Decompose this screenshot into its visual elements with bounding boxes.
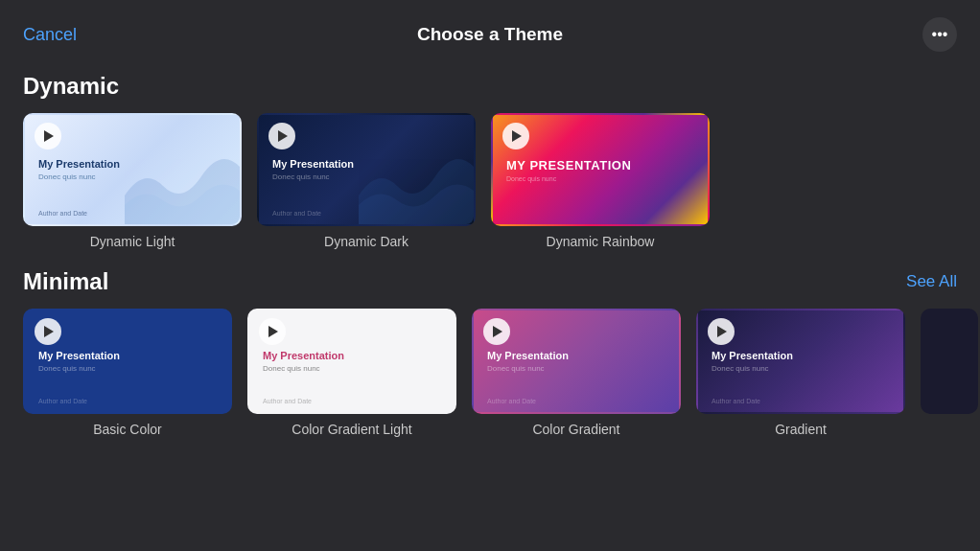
theme-label-dynamic-rainbow: Dynamic Rainbow [547, 234, 655, 249]
more-button[interactable]: ••• [922, 17, 957, 52]
theme-thumb-dynamic-rainbow: MY PRESENTATION Donec quis nunc [491, 113, 710, 226]
slide-title-dynamic-rainbow: MY PRESENTATION [506, 158, 694, 172]
slide-content-gradient: My Presentation Donec quis nunc Author a… [698, 310, 903, 412]
slide-title-gradient: My Presentation [712, 350, 890, 361]
theme-label-cg: Color Gradient [532, 422, 619, 437]
wave-decoration-icon [125, 148, 240, 224]
slide-content-basic-color: My Presentation Donec quis nunc Author a… [25, 310, 230, 412]
page-title: Choose a Theme [417, 24, 563, 45]
minimal-section-title: Minimal [23, 268, 108, 295]
theme-card-dynamic-light[interactable]: My Presentation Donec quis nunc Author a… [23, 113, 242, 249]
slide-author-dynamic-light: Author and Date [38, 210, 87, 217]
slide-title-cg-light: My Presentation [263, 350, 441, 361]
theme-card-partial[interactable] [921, 309, 978, 437]
dynamic-themes-row: My Presentation Donec quis nunc Author a… [23, 113, 957, 249]
slide-content-cg-light: My Presentation Donec quis nunc Author a… [249, 310, 455, 412]
slide-subtitle-gradient: Donec quis nunc [712, 364, 890, 373]
theme-label-cg-light: Color Gradient Light [292, 422, 411, 437]
dynamic-section-header: Dynamic [23, 73, 957, 100]
slide-subtitle-dynamic-rainbow: Donec quis nunc [506, 175, 694, 182]
slide-subtitle-basic-color: Donec quis nunc [38, 364, 217, 373]
theme-thumb-basic-color: My Presentation Donec quis nunc Author a… [23, 309, 232, 414]
slide-subtitle-cg: Donec quis nunc [487, 364, 665, 373]
minimal-themes-row: My Presentation Donec quis nunc Author a… [23, 309, 957, 437]
cancel-button[interactable]: Cancel [23, 21, 77, 49]
slide-author-cg: Author and Date [487, 398, 536, 404]
slide-title-basic-color: My Presentation [38, 350, 217, 361]
content-area: Dynamic My Presentation Donec quis nunc … [0, 63, 980, 549]
ellipsis-icon: ••• [932, 26, 948, 43]
slide-author-gradient: Author and Date [712, 398, 760, 404]
slide-author-basic-color: Author and Date [38, 398, 87, 404]
theme-card-dynamic-dark[interactable]: My Presentation Donec quis nunc Author a… [257, 113, 476, 249]
minimal-section-header: Minimal See All [23, 268, 957, 295]
slide-subtitle-cg-light: Donec quis nunc [263, 364, 441, 373]
see-all-button[interactable]: See All [906, 272, 957, 291]
slide-author-cg-light: Author and Date [263, 398, 312, 404]
theme-label-dynamic-dark: Dynamic Dark [324, 234, 408, 249]
theme-label-basic-color: Basic Color [93, 422, 162, 437]
theme-thumb-cg-light: My Presentation Donec quis nunc Author a… [247, 309, 456, 414]
theme-thumb-partial [921, 309, 978, 414]
theme-card-gradient[interactable]: My Presentation Donec quis nunc Author a… [696, 309, 905, 437]
theme-card-cg-light[interactable]: My Presentation Donec quis nunc Author a… [247, 309, 456, 437]
slide-content-cg: My Presentation Donec quis nunc Author a… [474, 310, 679, 412]
theme-thumb-dynamic-dark: My Presentation Donec quis nunc Author a… [257, 113, 476, 226]
slide-author-dynamic-dark: Author and Date [272, 210, 321, 217]
theme-thumb-cg: My Presentation Donec quis nunc Author a… [472, 309, 681, 414]
theme-card-basic-color[interactable]: My Presentation Donec quis nunc Author a… [23, 309, 232, 437]
dynamic-section-title: Dynamic [23, 73, 119, 100]
slide-title-cg: My Presentation [487, 350, 665, 361]
slide-content-dynamic-rainbow: MY PRESENTATION Donec quis nunc [493, 115, 708, 224]
theme-card-dynamic-rainbow[interactable]: MY PRESENTATION Donec quis nunc Dynamic … [491, 113, 710, 249]
theme-thumb-gradient: My Presentation Donec quis nunc Author a… [696, 309, 905, 414]
theme-thumb-dynamic-light: My Presentation Donec quis nunc Author a… [23, 113, 242, 226]
header: Cancel Choose a Theme ••• [0, 0, 980, 63]
wave-dark-icon [359, 148, 474, 224]
theme-card-cg[interactable]: My Presentation Donec quis nunc Author a… [472, 309, 681, 437]
theme-label-dynamic-light: Dynamic Light [90, 234, 175, 249]
theme-label-gradient: Gradient [775, 422, 827, 437]
